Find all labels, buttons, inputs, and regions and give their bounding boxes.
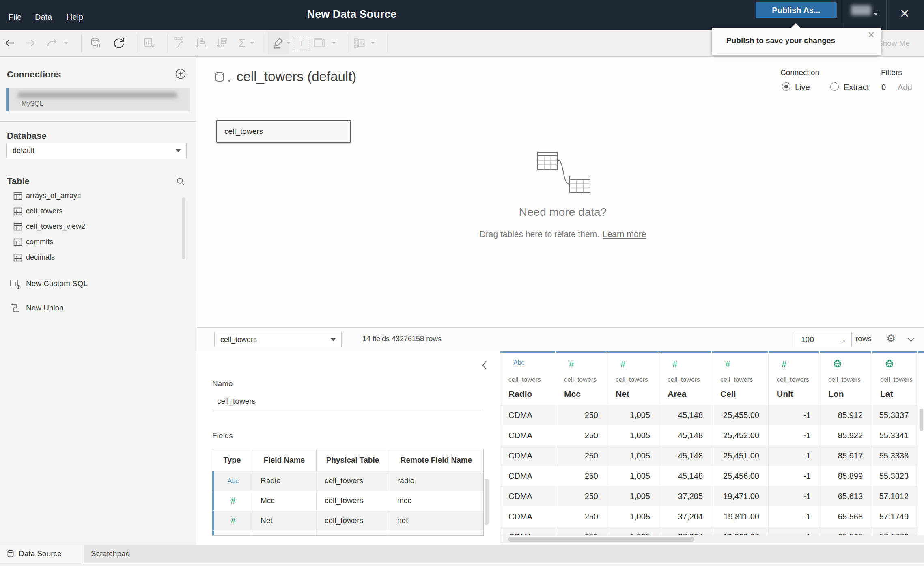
toolbar-divider bbox=[81, 34, 82, 52]
live-label[interactable]: Live bbox=[795, 83, 810, 92]
clear-chart-icon[interactable] bbox=[143, 36, 157, 50]
tables-list: arrays_of_arrayscell_towerscell_towers_v… bbox=[0, 188, 181, 265]
grid-cell: 85.922 bbox=[820, 425, 872, 445]
grid-cell: 37,205 bbox=[659, 486, 712, 506]
collapse-preview-icon[interactable] bbox=[907, 336, 915, 344]
datasource-cylinder-icon[interactable] bbox=[214, 71, 225, 85]
grid-column-header[interactable]: cell_towersLon bbox=[820, 353, 872, 405]
grid-cell: 55.3337 bbox=[872, 405, 918, 425]
grid-column-radio: Abccell_towersRadioCDMACDMACDMACDMACDMAC… bbox=[500, 351, 556, 535]
sidebar-table-cell_towers[interactable]: cell_towers bbox=[0, 204, 181, 219]
sidebar-table-cell_towers_view2[interactable]: cell_towers_view2 bbox=[0, 219, 181, 235]
redo-icon[interactable] bbox=[45, 36, 59, 50]
fields-row-partial[interactable] bbox=[212, 531, 483, 536]
fit-view-icon[interactable] bbox=[313, 36, 327, 50]
totals-caret-icon[interactable] bbox=[250, 42, 254, 44]
live-radio[interactable] bbox=[782, 82, 790, 91]
filters-add-button[interactable]: Add bbox=[898, 83, 912, 92]
fit-view-caret-icon[interactable] bbox=[332, 42, 336, 44]
highlighter-caret-icon[interactable] bbox=[286, 42, 291, 44]
apply-row-limit-icon[interactable]: → bbox=[838, 332, 846, 347]
search-icon[interactable] bbox=[176, 177, 185, 187]
relationship-canvas: cell_towers (default) Connection Live Ex… bbox=[197, 57, 924, 327]
string-type-icon: Abc bbox=[228, 478, 239, 484]
tab-scratchpad[interactable]: Scratchpad bbox=[84, 545, 185, 563]
datasource-caret-icon[interactable] bbox=[227, 80, 231, 82]
grid-cell: 19,471.00 bbox=[712, 486, 768, 506]
learn-more-link[interactable]: Learn more bbox=[603, 229, 646, 239]
sidebar-table-decimals[interactable]: decimals bbox=[0, 250, 181, 265]
new-custom-sql-button[interactable]: New Custom SQL bbox=[0, 276, 181, 292]
publish-as-button[interactable]: Publish As... bbox=[756, 2, 837, 18]
rows-label: rows bbox=[855, 334, 872, 343]
table-name-input[interactable]: cell_towers bbox=[212, 393, 483, 409]
gear-icon[interactable]: ⚙ bbox=[886, 332, 896, 345]
sort-descending-icon[interactable] bbox=[215, 36, 229, 50]
preview-table-select[interactable]: cell_towers bbox=[214, 332, 342, 347]
show-me-button[interactable]: Show Me bbox=[878, 39, 910, 48]
fields-row-net[interactable]: #Netcell_towersnet bbox=[212, 511, 483, 531]
menu-help[interactable]: Help bbox=[67, 13, 83, 22]
grid-horizontal-scrollbar[interactable] bbox=[500, 535, 924, 543]
chevron-down-icon[interactable] bbox=[873, 13, 878, 15]
name-label: Name bbox=[212, 379, 233, 388]
grid-column-header[interactable]: cell_towersLat bbox=[872, 353, 918, 405]
grid-cell: 250 bbox=[556, 506, 607, 527]
toolbar-divider bbox=[264, 34, 264, 52]
menu-data[interactable]: Data bbox=[35, 13, 52, 22]
tables-scrollbar[interactable] bbox=[182, 197, 185, 259]
empty-state-title: Need more data? bbox=[519, 206, 607, 219]
connection-card[interactable]: MySQL bbox=[6, 88, 190, 111]
connections-title: Connections bbox=[7, 69, 61, 80]
grid-column-header[interactable]: #cell_towersArea bbox=[659, 353, 712, 405]
grid-cell: 1,005 bbox=[607, 425, 659, 445]
show-cards-icon[interactable] bbox=[353, 36, 366, 50]
fields-row-radio[interactable]: AbcRadiocell_towersradio bbox=[212, 471, 483, 491]
account-menu[interactable] bbox=[851, 5, 871, 15]
add-connection-icon[interactable] bbox=[175, 68, 186, 81]
grid-column-header[interactable]: #cell_towersNet bbox=[607, 353, 659, 405]
grid-column-header[interactable]: #cell_towersMcc bbox=[556, 353, 607, 405]
sidebar-table-arrays_of_arrays[interactable]: arrays_of_arrays bbox=[0, 188, 181, 204]
table-chip-cell-towers[interactable]: cell_towers bbox=[216, 120, 351, 143]
grid-vscroll-thumb[interactable] bbox=[920, 409, 923, 431]
swap-rows-columns-icon[interactable] bbox=[173, 36, 187, 50]
forward-icon[interactable] bbox=[24, 36, 38, 50]
tab-data-source[interactable]: Data Source bbox=[0, 545, 84, 563]
grid-hscroll-thumb[interactable] bbox=[508, 537, 694, 542]
fields-table-header: TypeField NamePhysical TableRemote Field… bbox=[212, 449, 483, 471]
tooltip-close-icon[interactable]: × bbox=[868, 28, 874, 41]
refresh-icon[interactable] bbox=[112, 36, 126, 50]
grid-column-header[interactable]: Abccell_towersRadio bbox=[500, 353, 556, 405]
datasource-pause-icon[interactable] bbox=[89, 36, 103, 50]
fields-scrollbar[interactable] bbox=[485, 479, 489, 525]
extract-label[interactable]: Extract bbox=[844, 83, 869, 92]
fields-row-mcc[interactable]: #Mcccell_towersmcc bbox=[212, 491, 483, 511]
sidebar-table-commits[interactable]: commits bbox=[0, 235, 181, 250]
number-type-icon: # bbox=[230, 495, 235, 506]
connection-name-redacted bbox=[18, 92, 177, 98]
collapse-panel-icon[interactable] bbox=[481, 360, 488, 372]
menu-file[interactable]: File bbox=[9, 13, 22, 22]
totals-sigma-icon[interactable]: Σ bbox=[239, 37, 246, 49]
grid-column-header[interactable]: #cell_towersCell bbox=[712, 353, 768, 405]
row-limit-value: 100 bbox=[801, 332, 814, 347]
row-limit-input[interactable]: 100 → bbox=[795, 332, 852, 347]
new-union-button[interactable]: New Union bbox=[0, 301, 181, 316]
redo-caret-icon[interactable] bbox=[64, 42, 68, 44]
table-icon bbox=[13, 238, 22, 248]
grid-cell: 250 bbox=[556, 425, 607, 445]
back-icon[interactable] bbox=[2, 36, 16, 50]
database-select-value: default bbox=[13, 143, 34, 158]
grid-cell: 45,148 bbox=[659, 425, 712, 445]
extract-radio[interactable] bbox=[830, 82, 839, 91]
show-cards-caret-icon[interactable] bbox=[371, 42, 375, 44]
sort-ascending-icon[interactable] bbox=[194, 36, 208, 50]
close-window-button[interactable]: × bbox=[900, 3, 909, 24]
grid-column-header[interactable]: #cell_towersUnit bbox=[769, 353, 820, 405]
database-select[interactable]: default bbox=[6, 143, 187, 158]
text-label-icon[interactable]: T bbox=[294, 36, 309, 51]
geo-type-icon bbox=[833, 362, 842, 369]
highlighter-icon[interactable] bbox=[271, 36, 285, 50]
status-strip bbox=[0, 563, 924, 566]
